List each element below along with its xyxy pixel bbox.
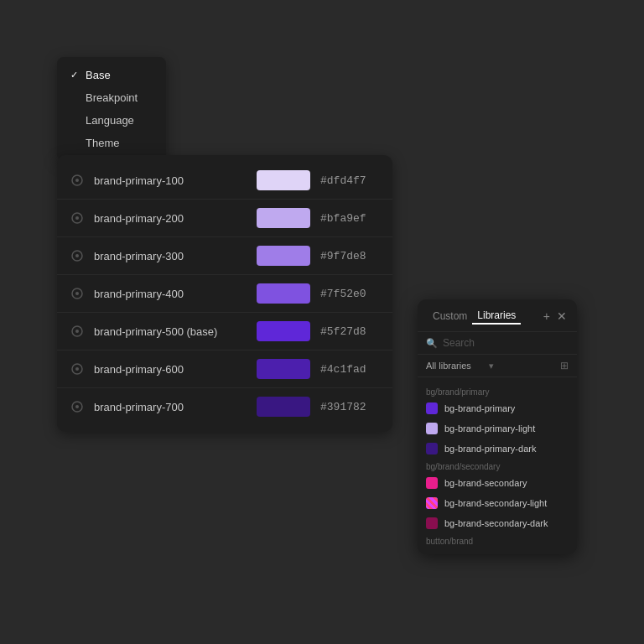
lib-item[interactable]: bg-brand-secondary-dark — [418, 513, 577, 533]
chevron-down-icon: ▾ — [489, 361, 494, 371]
svg-point-3 — [75, 216, 79, 220]
search-icon: 🔍 — [426, 338, 438, 349]
dropdown-menu: ✓BaseBreakpointLanguageTheme — [57, 57, 166, 161]
color-token-icon — [70, 249, 84, 262]
lib-swatch — [426, 423, 438, 434]
palette-token-name: brand-primary-600 — [94, 363, 247, 376]
palette-hex-value: #391782 — [320, 401, 379, 413]
lib-tab-libraries[interactable]: Libraries — [472, 308, 521, 325]
palette-row[interactable]: brand-primary-100 #dfd4f7 — [57, 162, 392, 200]
palette-row[interactable]: brand-primary-200 #bfa9ef — [57, 200, 392, 237]
dropdown-item-base[interactable]: ✓Base — [57, 64, 166, 86]
lib-item-name: bg-brand-secondary-dark — [444, 518, 548, 528]
lib-item-name: bg-brand-primary-dark — [444, 444, 536, 454]
palette-hex-value: #7f52e0 — [320, 288, 379, 300]
svg-point-1 — [75, 179, 79, 182]
palette-hex-value: #5f27d8 — [320, 325, 379, 338]
lib-swatch — [426, 477, 438, 489]
palette-token-name: brand-primary-500 (base) — [94, 325, 247, 338]
palette-swatch[interactable] — [257, 246, 310, 266]
palette-row[interactable]: brand-primary-400 #7f52e0 — [57, 275, 392, 313]
palette-token-name: brand-primary-400 — [94, 288, 247, 300]
lib-item[interactable]: bg-brand-secondary — [418, 473, 577, 493]
filter-label: All libraries — [426, 361, 486, 371]
lib-item-name: bg-brand-primary — [444, 403, 515, 413]
palette-row[interactable]: brand-primary-600 #4c1fad — [57, 351, 392, 388]
svg-point-5 — [75, 254, 79, 257]
dropdown-item-label: Base — [86, 69, 111, 81]
palette-token-name: brand-primary-100 — [94, 174, 247, 187]
svg-point-9 — [75, 330, 79, 333]
svg-point-11 — [75, 367, 79, 371]
palette-hex-value: #dfd4f7 — [320, 174, 379, 187]
palette-row[interactable]: brand-primary-500 (base) #5f27d8 — [57, 313, 392, 351]
svg-point-13 — [75, 405, 79, 408]
palette-token-name: brand-primary-200 — [94, 212, 247, 225]
lib-search-bar[interactable]: 🔍 — [418, 332, 577, 355]
dropdown-item-label: Theme — [86, 137, 119, 149]
add-library-button[interactable]: + — [543, 310, 550, 322]
palette-swatch[interactable] — [257, 170, 310, 190]
lib-tab-custom[interactable]: Custom — [428, 309, 472, 324]
libraries-header: CustomLibraries + ✕ — [418, 299, 577, 332]
palette-hex-value: #bfa9ef — [320, 212, 379, 225]
check-icon: ✓ — [70, 70, 80, 80]
lib-section-title: button/brand — [418, 533, 577, 548]
lib-header-actions: + ✕ — [543, 310, 567, 322]
dropdown-item-theme[interactable]: Theme — [57, 132, 166, 154]
palette-swatch[interactable] — [257, 397, 310, 417]
palette-row[interactable]: brand-primary-300 #9f7de8 — [57, 237, 392, 275]
palette-swatch[interactable] — [257, 283, 310, 304]
lib-swatch — [426, 517, 438, 529]
search-input[interactable] — [443, 337, 569, 349]
color-token-icon — [70, 174, 84, 187]
dropdown-item-breakpoint[interactable]: Breakpoint — [57, 86, 166, 109]
palette-swatch[interactable] — [257, 359, 310, 379]
libraries-panel: CustomLibraries + ✕ 🔍 All libraries ▾ ⊞ … — [418, 299, 577, 554]
dropdown-item-label: Breakpoint — [86, 91, 138, 104]
palette-swatch[interactable] — [257, 321, 310, 341]
lib-item[interactable]: bg-brand-primary — [418, 398, 577, 418]
lib-item-name: bg-brand-primary-light — [444, 423, 535, 434]
palette-hex-value: #9f7de8 — [320, 250, 379, 262]
lib-item-name: bg-brand-secondary — [444, 478, 527, 488]
palette-token-name: brand-primary-300 — [94, 250, 247, 262]
lib-section-title: bg/brand/secondary — [418, 459, 577, 473]
color-token-icon — [70, 400, 84, 413]
grid-view-icon[interactable]: ⊞ — [560, 360, 569, 371]
dropdown-item-language[interactable]: Language — [57, 109, 166, 132]
dropdown-item-label: Language — [86, 114, 134, 127]
lib-filter-bar[interactable]: All libraries ▾ ⊞ — [418, 355, 577, 377]
palette-swatch[interactable] — [257, 208, 310, 228]
lib-item-name: bg-brand-secondary-light — [444, 498, 547, 508]
lib-swatch — [426, 443, 438, 454]
lib-swatch-pattern — [426, 497, 438, 509]
color-token-icon — [70, 325, 84, 338]
svg-point-7 — [75, 292, 79, 295]
close-library-button[interactable]: ✕ — [557, 310, 567, 322]
color-token-icon — [70, 287, 84, 300]
lib-body: bg/brand/primary bg-brand-primary bg-bra… — [418, 377, 577, 554]
palette-token-name: brand-primary-700 — [94, 401, 247, 413]
lib-swatch — [426, 402, 438, 414]
color-token-icon — [70, 211, 84, 225]
palette-hex-value: #4c1fad — [320, 363, 379, 376]
lib-item[interactable]: bg-brand-primary-light — [418, 418, 577, 439]
lib-item[interactable]: bg-brand-primary-dark — [418, 439, 577, 459]
palette-panel: brand-primary-100 #dfd4f7 brand-primary-… — [57, 155, 392, 432]
color-token-icon — [70, 362, 84, 376]
lib-item[interactable]: bg-brand-secondary-light — [418, 493, 577, 513]
palette-row[interactable]: brand-primary-700 #391782 — [57, 388, 392, 425]
lib-section-title: bg/brand/primary — [418, 384, 577, 398]
